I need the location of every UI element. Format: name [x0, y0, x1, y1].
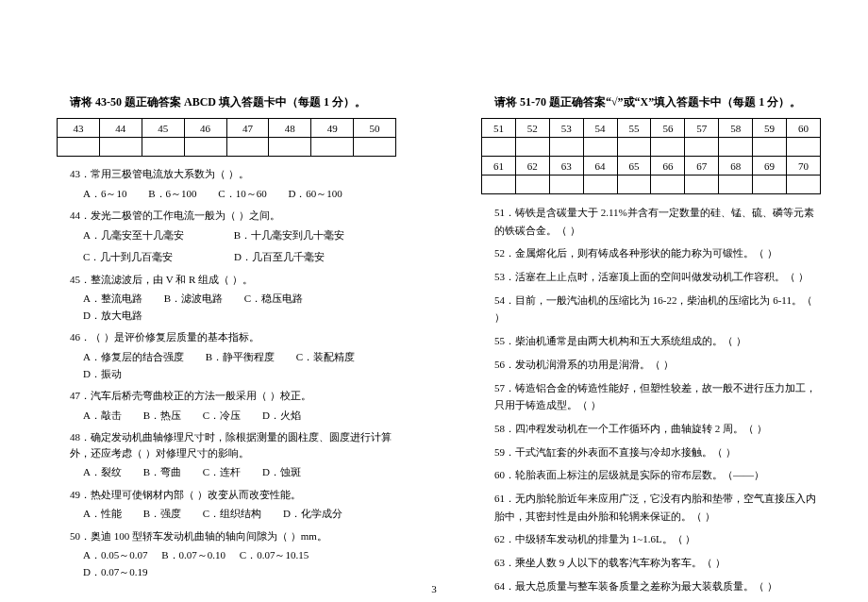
question-46: 46．（ ）是评价修复层质量的基本指标。 [70, 329, 396, 345]
grid-cell-empty [719, 138, 753, 157]
grid-cell: 48 [269, 119, 311, 138]
grid-cell-empty [787, 138, 821, 157]
question-59: 59．干式汽缸套的外表面不直接与冷却水接触。（ ） [494, 443, 821, 461]
opt: D．振动 [83, 366, 122, 383]
question-57: 57．铸造铝合金的铸造性能好，但塑性较差，故一般不进行压力加工，只用于铸造成型。… [494, 379, 821, 414]
grid-cell-empty [753, 138, 787, 157]
question-55: 55．柴油机通常是由两大机构和五大系统组成的。（ ） [494, 332, 821, 350]
question-60: 60．轮胎表面上标注的层级就是实际的帘布层数。（——） [494, 466, 821, 484]
opt: B．0.07～0.10 [161, 547, 225, 564]
question-61: 61．无内胎轮胎近年来应用广泛，它没有内胎和垫带，空气直接压入内胎中，其密封性是… [494, 490, 821, 525]
grid-cell-empty [58, 138, 100, 157]
grid-cell: 66 [651, 157, 685, 176]
question-54: 54．目前，一般汽油机的压缩比为 16-22，柴油机的压缩比为 6-11。（ ） [494, 292, 821, 326]
grid-cell: 58 [719, 119, 753, 138]
question-43: 43．常用三极管电流放大系数为（ ）。 [70, 166, 396, 182]
grid-cell: 65 [617, 157, 651, 176]
options-49: A．性能 B．强度 C．组织结构 D．化学成分 [83, 506, 396, 523]
grid-cell: 69 [753, 157, 787, 176]
options-47: A．敲击 B．热压 C．冷压 D．火焰 [83, 408, 396, 425]
grid-cell: 64 [583, 157, 617, 176]
options-48: A．裂纹 B．弯曲 C．连杆 D．蚀斑 [83, 464, 396, 481]
opt: A．6～10 [83, 186, 126, 203]
question-52: 52．金属熔化后，则有铸成各种形状的能力称为可锻性。（ ） [494, 244, 821, 262]
opt: B．热压 [143, 408, 181, 425]
grid-cell: 44 [99, 119, 142, 138]
question-44: 44．发光二极管的工作电流一般为（ ）之间。 [70, 208, 396, 224]
opt: C．几十到几百毫安 [83, 249, 173, 266]
answer-grid-left: 43 44 45 46 47 48 49 50 [57, 118, 396, 157]
grid-cell-empty [685, 138, 719, 157]
grid-cell: 53 [549, 119, 583, 138]
grid-cell-empty [719, 176, 753, 194]
opt: D．几百至几千毫安 [234, 249, 325, 266]
grid-cell: 45 [142, 119, 184, 138]
options-50: A．0.05～0.07 B．0.07～0.10 C．0.07～10.15 D．0… [83, 547, 396, 580]
question-63: 63．乘坐人数 9 人以下的载客汽车称为客车。（ ） [494, 554, 821, 572]
opt: B．6～100 [148, 186, 196, 203]
opt: D．60～100 [288, 186, 342, 203]
question-48: 48．确定发动机曲轴修理尺寸时，除根据测量的圆柱度、圆度进行计算外，还应考虑（ … [70, 429, 396, 460]
grid-cell-empty [617, 176, 651, 194]
grid-cell: 62 [515, 157, 549, 176]
grid-cell-empty [269, 138, 311, 157]
grid-cell-empty [583, 138, 617, 157]
grid-cell-empty [99, 138, 142, 157]
grid-cell-empty [753, 176, 787, 194]
opt: D．放大电路 [83, 308, 142, 325]
grid-cell-empty [515, 176, 549, 194]
grid-cell: 50 [354, 119, 396, 138]
grid-cell-empty [482, 138, 516, 157]
grid-cell-empty [583, 176, 617, 194]
opt: A．敲击 [83, 408, 122, 425]
grid-cell-empty [184, 138, 226, 157]
opt: A．裂纹 [83, 464, 122, 481]
opt: A．0.05～0.07 [83, 547, 147, 564]
question-45: 45．整流滤波后，由 V 和 R 组成（ ）。 [70, 272, 396, 288]
grid-cell-empty [311, 138, 354, 157]
grid-cell: 59 [753, 119, 787, 138]
question-47: 47．汽车后桥壳弯曲校正的方法一般采用（ ）校正。 [70, 388, 396, 404]
grid-cell: 55 [617, 119, 651, 138]
grid-cell-empty [226, 138, 269, 157]
answer-grid-right: 51 52 53 54 55 56 57 58 59 60 61 62 63 6… [481, 118, 821, 194]
opt: A．整流电路 [83, 291, 142, 308]
opt: B．静平衡程度 [206, 349, 275, 366]
page-number: 3 [431, 583, 437, 594]
grid-cell: 52 [515, 119, 549, 138]
opt: C．组织结构 [203, 506, 261, 523]
question-56: 56．发动机润滑系的功用是润滑。（ ） [494, 356, 821, 374]
question-50: 50．奥迪 100 型轿车发动机曲轴的轴向间隙为（ ）mm。 [70, 528, 396, 544]
options-44a: A．几毫安至十几毫安 B．十几毫安到几十毫安 [83, 227, 396, 244]
grid-cell: 47 [226, 119, 269, 138]
question-64: 64．最大总质量与整车装备质量之差称为最大装载质量。（ ） [494, 577, 821, 595]
grid-cell: 51 [482, 119, 516, 138]
grid-cell: 49 [311, 119, 354, 138]
grid-cell-empty [685, 176, 719, 194]
grid-cell: 63 [549, 157, 583, 176]
grid-cell: 70 [787, 157, 821, 176]
question-53: 53．活塞在上止点时，活塞顶上面的空间叫做发动机工作容积。（ ） [494, 268, 821, 286]
opt: D．蚀斑 [262, 464, 301, 481]
opt: C．10～60 [218, 186, 266, 203]
grid-cell: 60 [787, 119, 821, 138]
opt: D．0.07～0.19 [83, 564, 147, 581]
question-51: 51．铸铁是含碳量大于 2.11%并含有一定数量的硅、锰、硫、磷等元素的铁碳合金… [494, 204, 821, 239]
opt: B．弯曲 [143, 464, 181, 481]
options-43: A．6～10 B．6～100 C．10～60 D．60～100 [83, 186, 396, 203]
grid-cell-empty [482, 176, 516, 194]
grid-cell-empty [549, 138, 583, 157]
opt: A．性能 [83, 506, 122, 523]
grid-cell-empty [651, 138, 685, 157]
options-46: A．修复层的结合强度 B．静平衡程度 C．装配精度 D．振动 [83, 349, 396, 382]
options-45: A．整流电路 B．滤波电路 C．稳压电路 D．放大电路 [83, 291, 396, 324]
opt: B．滤波电路 [164, 291, 223, 308]
opt: C．装配精度 [296, 349, 355, 366]
opt: C．0.07～10.15 [240, 547, 309, 564]
grid-cell-empty [142, 138, 184, 157]
grid-cell: 61 [482, 157, 516, 176]
grid-cell: 67 [685, 157, 719, 176]
opt: B．强度 [143, 506, 181, 523]
options-44b: C．几十到几百毫安 D．几百至几千毫安 [83, 249, 396, 266]
right-section-header: 请将 51-70 题正确答案“√”或“X”填入答题卡中（每题 1 分）。 [481, 94, 821, 110]
